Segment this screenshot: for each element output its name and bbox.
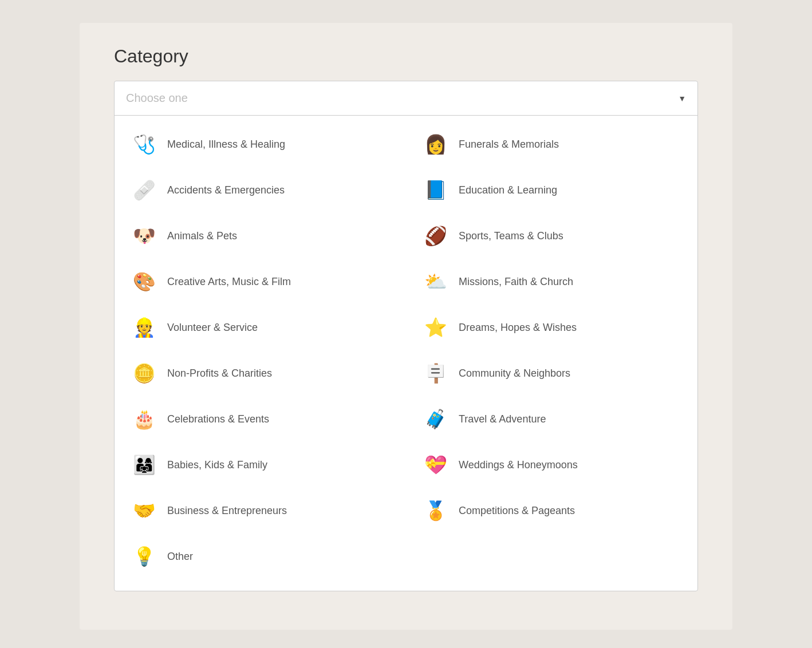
dropdown-placeholder: Choose one	[126, 92, 188, 105]
missions-label: Missions, Faith & Church	[459, 276, 573, 288]
category-item-accidents[interactable]: 🩹 Accidents & Emergencies	[115, 167, 406, 213]
business-icon: 🤝	[132, 498, 157, 523]
category-item-weddings[interactable]: 💝 Weddings & Honeymoons	[406, 442, 697, 488]
funerals-icon: 👩	[423, 132, 448, 157]
nonprofits-label: Non-Profits & Charities	[167, 368, 272, 380]
dropdown-header[interactable]: Choose one ▼	[115, 81, 697, 116]
missions-icon: ⛅	[423, 269, 448, 294]
category-item-travel[interactable]: 🧳 Travel & Adventure	[406, 396, 697, 442]
other-icon: 💡	[132, 544, 157, 569]
dreams-icon: ⭐	[423, 315, 448, 340]
category-item-other[interactable]: 💡 Other	[115, 534, 406, 579]
sports-icon: 🏈	[423, 223, 448, 248]
category-item-business[interactable]: 🤝 Business & Entrepreneurs	[115, 488, 406, 534]
volunteer-icon: 👷	[132, 315, 157, 340]
sports-label: Sports, Teams & Clubs	[459, 230, 563, 242]
animals-icon: 🐶	[132, 223, 157, 248]
weddings-icon: 💝	[423, 452, 448, 477]
category-item-babies[interactable]: 👨‍👩‍👧 Babies, Kids & Family	[115, 442, 406, 488]
category-item-sports[interactable]: 🏈 Sports, Teams & Clubs	[406, 213, 697, 259]
weddings-label: Weddings & Honeymoons	[459, 459, 578, 471]
category-item-funerals[interactable]: 👩 Funerals & Memorials	[406, 121, 697, 167]
travel-icon: 🧳	[423, 406, 448, 432]
accidents-label: Accidents & Emergencies	[167, 184, 285, 196]
celebrations-label: Celebrations & Events	[167, 413, 269, 425]
category-list: 🩺 Medical, Illness & Healing 👩 Funerals …	[115, 116, 697, 591]
funerals-label: Funerals & Memorials	[459, 139, 559, 151]
community-icon: 🪧	[423, 361, 448, 386]
category-item-dreams[interactable]: ⭐ Dreams, Hopes & Wishes	[406, 305, 697, 350]
category-item-nonprofits[interactable]: 🪙 Non-Profits & Charities	[115, 350, 406, 396]
medical-label: Medical, Illness & Healing	[167, 139, 285, 151]
community-label: Community & Neighbors	[459, 368, 570, 380]
business-label: Business & Entrepreneurs	[167, 505, 287, 517]
education-label: Education & Learning	[459, 184, 557, 196]
celebrations-icon: 🎂	[132, 406, 157, 432]
creative-icon: 🎨	[132, 269, 157, 294]
page-container: Category Choose one ▼ 🩺 Medical, Illness…	[80, 23, 732, 630]
category-dropdown[interactable]: Choose one ▼ 🩺 Medical, Illness & Healin…	[114, 81, 698, 591]
travel-label: Travel & Adventure	[459, 413, 546, 425]
animals-label: Animals & Pets	[167, 230, 237, 242]
competitions-icon: 🏅	[423, 498, 448, 523]
nonprofits-icon: 🪙	[132, 361, 157, 386]
category-item-missions[interactable]: ⛅ Missions, Faith & Church	[406, 259, 697, 305]
accidents-icon: 🩹	[132, 177, 157, 203]
other-label: Other	[167, 551, 193, 563]
education-icon: 📘	[423, 177, 448, 203]
competitions-label: Competitions & Pageants	[459, 505, 575, 517]
category-item-animals[interactable]: 🐶 Animals & Pets	[115, 213, 406, 259]
category-item-competitions[interactable]: 🏅 Competitions & Pageants	[406, 488, 697, 534]
category-item-medical[interactable]: 🩺 Medical, Illness & Healing	[115, 121, 406, 167]
category-item-education[interactable]: 📘 Education & Learning	[406, 167, 697, 213]
creative-label: Creative Arts, Music & Film	[167, 276, 291, 288]
babies-label: Babies, Kids & Family	[167, 459, 267, 471]
babies-icon: 👨‍👩‍👧	[132, 452, 157, 477]
chevron-down-icon: ▼	[678, 94, 686, 103]
category-item-volunteer[interactable]: 👷 Volunteer & Service	[115, 305, 406, 350]
category-item-celebrations[interactable]: 🎂 Celebrations & Events	[115, 396, 406, 442]
medical-icon: 🩺	[132, 132, 157, 157]
category-item-creative[interactable]: 🎨 Creative Arts, Music & Film	[115, 259, 406, 305]
category-item-community[interactable]: 🪧 Community & Neighbors	[406, 350, 697, 396]
page-title: Category	[114, 46, 698, 67]
volunteer-label: Volunteer & Service	[167, 322, 258, 334]
dreams-label: Dreams, Hopes & Wishes	[459, 322, 577, 334]
